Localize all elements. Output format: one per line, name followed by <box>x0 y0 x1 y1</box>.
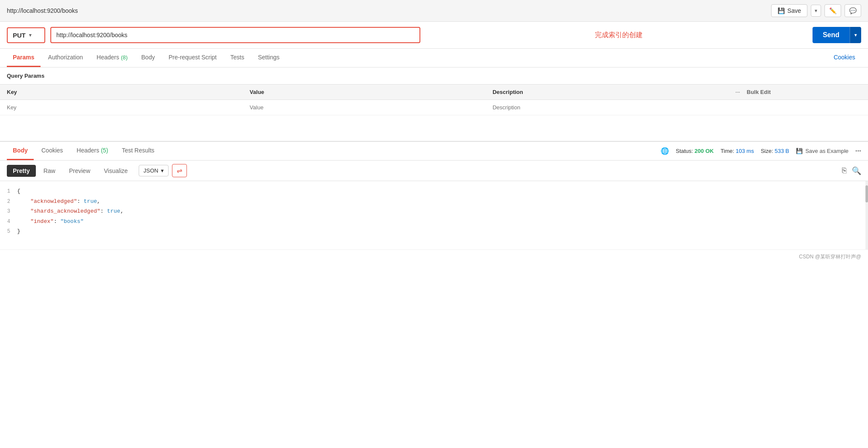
headers-badge: (8) <box>121 54 128 61</box>
value-input[interactable] <box>250 104 479 111</box>
save-icon: 💾 <box>778 7 785 14</box>
url-input[interactable] <box>50 27 420 43</box>
code-content-3: "shards_acknowledged": true, <box>17 206 868 216</box>
json-format-select[interactable]: JSON ▾ <box>139 165 169 176</box>
response-tab-body[interactable]: Body <box>7 142 34 160</box>
code-line-4: 4 "index": "books" <box>0 217 868 227</box>
response-tab-headers[interactable]: Headers (5) <box>71 142 114 160</box>
copy-icon[interactable]: ⎘ <box>842 166 847 175</box>
status-label: Status: 200 OK <box>676 148 714 154</box>
status-value: 200 OK <box>695 148 714 154</box>
method-label: PUT <box>13 32 26 39</box>
body-format-bar: Pretty Raw Preview Visualize JSON ▾ ⇌ ⎘ … <box>0 161 868 181</box>
col-value: Value <box>243 85 486 100</box>
line-num-3: 3 <box>0 207 17 217</box>
size-value: 533 B <box>775 148 789 154</box>
tab-tests[interactable]: Tests <box>224 49 250 67</box>
size-label: Size: 533 B <box>761 148 789 154</box>
top-bar-actions: 💾 Save ▾ ✏️ 💬 <box>771 4 861 17</box>
json-chevron-icon: ▾ <box>161 167 164 174</box>
body-format-actions: ⎘ 🔍 <box>842 166 861 176</box>
time-label: Time: 103 ms <box>720 148 754 154</box>
save-dropdown-button[interactable]: ▾ <box>811 5 821 17</box>
request-tabs: Params Authorization Headers (8) Body Pr… <box>0 49 868 67</box>
send-dropdown-button[interactable]: ▾ <box>850 27 861 43</box>
save-icon: 💾 <box>796 148 803 154</box>
search-icon[interactable]: 🔍 <box>852 166 861 176</box>
format-tab-visualize[interactable]: Visualize <box>98 165 134 177</box>
more-dots-icon[interactable]: ··· <box>735 89 740 95</box>
line-num-5: 5 <box>0 227 17 237</box>
request-message: 完成索引的创建 <box>425 31 813 40</box>
response-tab-test-results[interactable]: Test Results <box>116 142 160 160</box>
line-num-1: 1 <box>0 187 17 196</box>
bulk-edit-button[interactable]: Bulk Edit <box>747 89 771 95</box>
code-line-1: 1 { <box>0 186 868 196</box>
scrollbar-thumb[interactable] <box>865 185 868 202</box>
url-input-wrapper <box>50 27 420 43</box>
line-num-4: 4 <box>0 217 17 227</box>
col-description: Description <box>486 85 728 100</box>
code-content-4: "index": "books" <box>17 217 868 226</box>
scrollbar-track <box>865 181 868 249</box>
footer: CSDN @某听穿林打叶声@ <box>0 249 868 264</box>
format-tab-pretty[interactable]: Pretty <box>7 165 36 177</box>
globe-icon: 🌐 <box>661 147 669 155</box>
comment-button[interactable]: 💬 <box>845 4 861 17</box>
table-row <box>0 100 868 115</box>
tab-body[interactable]: Body <box>135 49 161 67</box>
tab-headers[interactable]: Headers (8) <box>90 49 134 67</box>
code-line-2: 2 "acknowledged": true, <box>0 196 868 207</box>
comment-icon: 💬 <box>849 7 856 14</box>
tab-cookies[interactable]: Cookies <box>827 49 861 67</box>
col-actions: ··· Bulk Edit <box>728 85 868 100</box>
format-tab-raw[interactable]: Raw <box>38 165 61 177</box>
tab-pre-request-script[interactable]: Pre-request Script <box>163 49 223 67</box>
code-line-5: 5 } <box>0 226 868 237</box>
time-value: 103 ms <box>736 148 754 154</box>
response-tabs: Body Cookies Headers (5) Test Results 🌐 … <box>0 142 868 161</box>
description-input[interactable] <box>492 104 722 111</box>
edit-button[interactable]: ✏️ <box>824 4 841 17</box>
format-tab-preview[interactable]: Preview <box>63 165 96 177</box>
tab-params[interactable]: Params <box>7 49 41 67</box>
tab-settings[interactable]: Settings <box>252 49 285 67</box>
code-content-1: { <box>17 186 868 196</box>
method-chevron-icon: ▾ <box>29 32 32 38</box>
code-line-3: 3 "shards_acknowledged": true, <box>0 206 868 217</box>
code-content-2: "acknowledged": true, <box>17 196 868 206</box>
line-num-2: 2 <box>0 197 17 207</box>
code-content-5: } <box>17 226 868 236</box>
tab-authorization[interactable]: Authorization <box>42 49 89 67</box>
response-more-button[interactable]: ••• <box>855 148 861 154</box>
request-bar: PUT ▾ 完成索引的创建 Send ▾ <box>0 22 868 49</box>
page-title: http://localhost:9200/books <box>7 7 78 14</box>
response-section: Body Cookies Headers (5) Test Results 🌐 … <box>0 141 868 249</box>
footer-text: CSDN @某听穿林打叶声@ <box>799 254 861 260</box>
code-area: 1 { 2 "acknowledged": true, 3 "shards_ac… <box>0 181 868 249</box>
wrap-button[interactable]: ⇌ <box>172 164 187 177</box>
save-button[interactable]: 💾 Save <box>771 4 807 17</box>
method-select[interactable]: PUT ▾ <box>7 27 45 43</box>
send-btn-group: Send ▾ <box>813 27 861 43</box>
params-table: Key Value Description ··· Bulk Edit <box>0 84 868 115</box>
response-meta: 🌐 Status: 200 OK Time: 103 ms Size: 533 … <box>661 147 862 155</box>
query-params-label: Query Params <box>0 67 868 84</box>
col-key: Key <box>0 85 243 100</box>
save-example-button[interactable]: 💾 Save as Example <box>796 148 848 154</box>
edit-icon: ✏️ <box>829 7 836 14</box>
response-headers-badge: (5) <box>101 147 108 154</box>
response-tab-cookies[interactable]: Cookies <box>35 142 69 160</box>
top-bar: http://localhost:9200/books 💾 Save ▾ ✏️ … <box>0 0 868 22</box>
send-button[interactable]: Send <box>813 27 850 43</box>
key-input[interactable] <box>7 104 236 111</box>
